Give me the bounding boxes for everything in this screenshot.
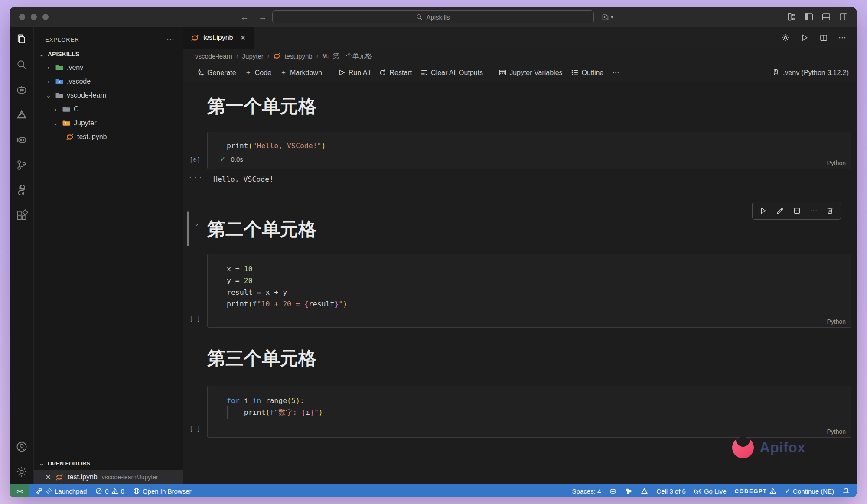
markdown-cell-2-heading[interactable]: 第二个单元格 xyxy=(207,217,851,242)
notebook-settings-gear-icon[interactable] xyxy=(781,33,790,42)
split-editor-icon[interactable] xyxy=(819,33,828,42)
code-cell-3-code[interactable]: for i in range(5): print(f"数字: {i}") xyxy=(227,395,851,418)
traffic-lights xyxy=(10,14,49,20)
customize-layout-icon[interactable] xyxy=(787,13,796,21)
continue-status-item[interactable]: ✓ Continue (NE) xyxy=(785,487,834,495)
execution-count: [ ] xyxy=(189,425,200,432)
breadcrumb-folder[interactable]: vscode-learn xyxy=(195,52,232,60)
plus-icon: ＋ xyxy=(280,68,287,77)
main-area: EXPLORER ⋯ ⌄ APISKILLS › .venv › xyxy=(10,27,857,484)
run-all-button[interactable]: Run All xyxy=(334,66,375,79)
open-editors-header[interactable]: ⌄ OPEN EDITORS xyxy=(34,457,183,470)
toggle-secondary-sidebar-icon[interactable] xyxy=(839,13,848,21)
blocks-icon[interactable] xyxy=(625,488,632,495)
check-icon: ✓ xyxy=(785,487,790,495)
activitybar-extension-tri[interactable] xyxy=(10,102,33,127)
cell-language[interactable]: Python xyxy=(827,428,846,435)
breadcrumb-cell[interactable]: 第二个单元格 xyxy=(333,52,372,60)
forward-arrow-icon[interactable]: → xyxy=(258,12,267,22)
remote-indicator[interactable]: >< xyxy=(10,484,29,497)
vscode-window: ← → Apiskills ▾ xyxy=(10,7,857,497)
activitybar-codegpt[interactable] xyxy=(10,127,33,153)
clear-all-outputs-button[interactable]: Clear All Outputs xyxy=(416,66,487,79)
edit-pencil-icon[interactable] xyxy=(776,207,784,215)
sidebar-explorer: EXPLORER ⋯ ⌄ APISKILLS › .venv › xyxy=(34,27,183,484)
copilot-robot-icon[interactable] xyxy=(609,487,617,495)
codegpt-status-item[interactable]: CODEGPT xyxy=(735,488,777,494)
toggle-panel-icon[interactable] xyxy=(822,13,831,21)
close-icon[interactable]: ✕ xyxy=(45,473,51,482)
back-arrow-icon[interactable]: ← xyxy=(240,12,249,22)
activitybar-chat[interactable] xyxy=(10,77,33,102)
open-editor-item[interactable]: ✕ test.ipynb vscode-learn/Jupyter xyxy=(34,470,183,484)
cell-language[interactable]: Python xyxy=(827,318,846,325)
activitybar-extensions[interactable] xyxy=(10,203,33,228)
jupyter-variables-button[interactable]: Jupyter Variables xyxy=(495,66,567,79)
cell-more-icon[interactable]: ⋯ xyxy=(810,206,817,215)
delete-cell-trash-icon[interactable] xyxy=(826,207,834,215)
bell-icon[interactable] xyxy=(842,488,850,495)
apifox-watermark: Apifox xyxy=(732,437,805,458)
more-actions-icon[interactable]: ⋯ xyxy=(838,33,846,42)
rocket-small-icon xyxy=(46,488,52,494)
cell-language[interactable]: Python xyxy=(827,159,846,166)
restart-kernel-button[interactable]: Restart xyxy=(375,66,416,79)
problems-status-item[interactable]: 0 0 xyxy=(95,488,124,495)
execution-time: 0.0s xyxy=(231,156,243,163)
code-cell-2[interactable]: x = 10y = 20result = x + yprint(f"10 + 2… xyxy=(207,254,851,328)
breadcrumb-file[interactable]: test.ipynb xyxy=(284,52,312,60)
code-cell-3[interactable]: for i in range(5): print(f"数字: {i}") [ ]… xyxy=(207,386,851,438)
markdown-cell-1-heading[interactable]: 第一个单元格 xyxy=(207,94,851,119)
breadcrumb-folder[interactable]: Jupyter xyxy=(242,52,264,60)
activitybar-explorer[interactable] xyxy=(10,27,33,52)
launchpad-status-item[interactable]: Launchpad xyxy=(36,488,87,495)
tree-item-vscode[interactable]: › .vscode xyxy=(34,75,183,88)
code-cell-2-code[interactable]: x = 10y = 20result = x + yprint(f"10 + 2… xyxy=(227,263,851,310)
tree-item-vscode-learn[interactable]: ⌄ vscode-learn xyxy=(34,88,183,102)
copilot-menu-button[interactable]: ▾ xyxy=(601,13,613,21)
kernel-picker[interactable]: .venv (Python 3.12.2) xyxy=(772,69,849,77)
tree-item-test-ipynb[interactable]: test.ipynb xyxy=(34,130,183,144)
outline-button[interactable]: Outline xyxy=(567,66,608,79)
cell-position-status-item[interactable]: Cell 3 of 6 xyxy=(656,488,686,495)
triangle-logo-icon[interactable] xyxy=(641,488,648,495)
command-center-search[interactable]: Apiskills xyxy=(272,10,594,23)
tab-bar: test.ipynb ✕ ⋯ xyxy=(183,27,857,49)
tree-item-c[interactable]: › C xyxy=(34,102,183,116)
go-live-status-item[interactable]: Go Live xyxy=(694,488,727,495)
run-cell-icon[interactable] xyxy=(759,207,767,215)
minimize-window-button[interactable] xyxy=(31,14,37,20)
open-editor-filename: test.ipynb xyxy=(68,473,97,481)
toggle-primary-sidebar-icon[interactable] xyxy=(805,13,813,21)
markdown-cell-3-heading[interactable]: 第三个单元格 xyxy=(207,346,851,371)
output-collapse-icon[interactable]: ··· xyxy=(188,173,204,182)
add-markdown-cell-button[interactable]: ＋ Markdown xyxy=(276,66,326,79)
activity-bar xyxy=(10,27,34,484)
spaces-status-item[interactable]: Spaces: 4 xyxy=(572,488,601,495)
tree-item-jupyter[interactable]: ⌄ Jupyter xyxy=(34,116,183,130)
status-bar: >< Launchpad 0 0 Open In Browser xyxy=(10,484,857,497)
code-cell-1-code[interactable]: print("Hello, VSCode!") xyxy=(227,140,851,152)
code-cell-1[interactable]: print("Hello, VSCode!") ✓ 0.0s [6] Pytho… xyxy=(207,132,851,169)
activitybar-source-control[interactable] xyxy=(10,153,33,178)
collapse-cell-chevron-icon[interactable]: ⌄ xyxy=(194,220,199,227)
run-editor-icon[interactable] xyxy=(800,33,809,42)
tree-item-venv[interactable]: › .venv xyxy=(34,61,183,75)
activitybar-accounts[interactable] xyxy=(10,434,33,459)
activitybar-python[interactable] xyxy=(10,178,33,203)
add-code-cell-button[interactable]: ＋ Code xyxy=(241,66,276,79)
activitybar-settings[interactable] xyxy=(10,459,33,484)
close-window-button[interactable] xyxy=(19,14,25,20)
explorer-title: EXPLORER xyxy=(45,36,79,43)
tab-test-ipynb[interactable]: test.ipynb ✕ xyxy=(183,27,254,49)
open-in-browser-status-item[interactable]: Open In Browser xyxy=(133,488,192,495)
close-tab-icon[interactable]: ✕ xyxy=(240,33,246,42)
toolbar-more-icon[interactable]: ⋯ xyxy=(608,66,623,79)
split-cell-icon[interactable] xyxy=(793,207,801,215)
zoom-window-button[interactable] xyxy=(42,14,49,20)
workspace-root[interactable]: ⌄ APISKILLS xyxy=(34,48,183,61)
activitybar-search[interactable] xyxy=(10,52,33,77)
explorer-more-icon[interactable]: ⋯ xyxy=(166,35,175,44)
generate-button[interactable]: Generate xyxy=(192,66,241,79)
notebook-editor: 第一个单元格 print("Hello, VSCode!") ✓ 0.0s [6… xyxy=(183,82,857,484)
